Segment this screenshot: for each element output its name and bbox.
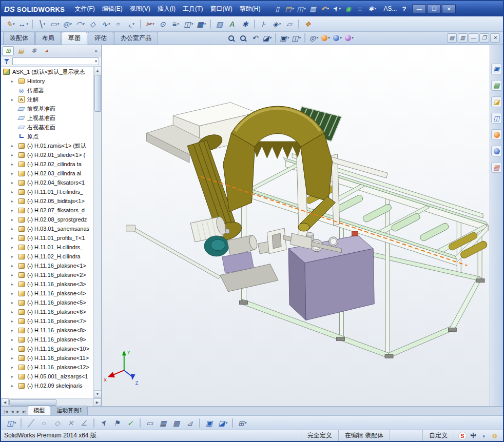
expand-arrow-icon[interactable]: ▸ (11, 153, 17, 157)
tree-component-row[interactable]: ▸ (-) H.11.01_H.cilindrs_ (1, 243, 93, 252)
expand-arrow-icon[interactable]: ▸ (11, 208, 17, 213)
circle-icon[interactable]: ◎▾ (61, 18, 73, 30)
tab-evaluate[interactable]: 评估 (88, 32, 113, 45)
tree-item-origin[interactable]: 原点 (1, 132, 93, 141)
section-icon[interactable]: ◪▾ (217, 417, 229, 429)
tree-component-row[interactable]: ▸ (-) H.02.05_biditajs<1> (1, 196, 93, 206)
tree-horizontal-scrollbar[interactable]: ◀ ▶ (1, 398, 101, 406)
grid-icon[interactable]: ▦ (157, 417, 169, 429)
sketch-text-icon[interactable]: A (226, 18, 239, 30)
menu-item[interactable]: 插入(I) (154, 3, 179, 15)
tabnav-next[interactable]: ▶ (15, 408, 21, 415)
line-icon[interactable]: ╲▾ (35, 18, 48, 30)
tree-component-row[interactable]: ▸ (-) H.11.16_plaksne<5> (1, 298, 93, 307)
tree-component-row[interactable]: ▸ (-) H.11.16_plaksne<11> (1, 353, 93, 363)
section-view-icon[interactable]: ◪▾ (261, 32, 273, 44)
undo-icon[interactable]: ↶▾ (319, 4, 330, 14)
angle-icon[interactable]: ∠ (78, 417, 90, 429)
scroll-down-button[interactable]: ▼ (94, 390, 102, 398)
doc-minimize-button[interactable]: — (469, 33, 478, 43)
viewport[interactable]: Y X Z (102, 45, 490, 406)
tree-component-row[interactable]: ▸ (-) H.11.02_H.cilindra (1, 252, 93, 261)
snap-grid-icon[interactable]: ▩ (170, 417, 183, 429)
tree-item-front-plane[interactable]: 前视基准面 (1, 104, 93, 113)
expand-arrow-icon[interactable]: ▸ (11, 245, 17, 250)
expand-arrow-icon[interactable]: ▸ (11, 199, 17, 204)
separator[interactable] (140, 418, 141, 428)
hide-show-items-icon[interactable]: ◎▾ (308, 32, 319, 44)
options-icon[interactable]: ✱▾ (366, 4, 377, 14)
convert-entities-icon[interactable]: ⊙ (157, 18, 169, 30)
graphics-area[interactable]: Y X Z (102, 45, 490, 406)
featuremanager-tab-icon[interactable]: ⊞ (3, 46, 14, 55)
tree-component-row[interactable]: ▸ (-) H.11.16_plaksne<12> (1, 363, 93, 372)
offset-entities-icon[interactable]: ≡▾ (169, 18, 182, 30)
angle-snap-icon[interactable]: ⊿ (184, 417, 196, 429)
tree-component-row[interactable]: ▸ (-) H.11.16_plaksne<10> (1, 344, 93, 353)
separator[interactable] (298, 19, 299, 29)
vertical-scroll-thumb[interactable] (94, 75, 101, 112)
separator[interactable] (21, 418, 22, 428)
ime-mode-icon[interactable]: ◗ (480, 432, 488, 440)
menu-item[interactable]: 工具(T) (179, 3, 206, 15)
tree-component-row[interactable]: ▸ (-) H.03.01_sanemsanas (1, 224, 93, 233)
dimension-standard-icon[interactable]: ⊦ (258, 18, 270, 30)
menu-item[interactable]: 窗口(W) (206, 3, 236, 15)
rebuild-icon[interactable]: ◉ (343, 4, 354, 14)
exit-sketch-icon[interactable]: ✎▾ (4, 18, 16, 30)
tree-component-row[interactable]: ▸ (-) H.11.16_plaksne<7> (1, 316, 93, 326)
expand-arrow-icon[interactable]: ▸ (11, 337, 17, 342)
tree-item-annotations[interactable]: ▸ A 注解 (1, 95, 93, 104)
smart-dimension-icon[interactable]: ↔▾ (17, 18, 29, 30)
linear-pattern-icon[interactable]: ▦▾ (195, 18, 207, 30)
expand-arrow-icon[interactable]: ▸ (11, 319, 17, 324)
separator[interactable] (232, 418, 233, 428)
expand-arrow-icon[interactable]: ▸ (11, 264, 17, 268)
expand-arrow-icon[interactable]: ▸ (11, 180, 17, 185)
scroll-up-button[interactable]: ▲ (94, 67, 102, 74)
expand-arrow-icon[interactable]: ▸ (11, 236, 17, 240)
tree-component-row[interactable]: ▸ (-) H.11.16_plaksne<6> (1, 307, 93, 316)
line-icon[interactable]: ╱ (25, 417, 37, 429)
print-icon[interactable]: ▦ (307, 4, 318, 14)
displaymanager-tab-icon[interactable]: ◕ (41, 46, 52, 55)
tree-component-row[interactable]: ▸ (-) H.02.08_sprostgredz (1, 215, 93, 224)
circle-icon[interactable]: ○ (38, 417, 50, 429)
solidworks-resources-icon[interactable]: ▣ (491, 64, 502, 74)
menu-item[interactable]: 视图(V) (126, 3, 154, 15)
expand-arrow-icon[interactable]: ▸ (11, 310, 17, 314)
expand-arrow-icon[interactable]: ▸ (11, 171, 17, 176)
select-cursor-icon[interactable]: ➤▾ (331, 4, 342, 14)
tab-motion-study-1[interactable]: 运动算例1 (51, 406, 88, 415)
expand-arrow-icon[interactable]: ▸ (11, 97, 17, 102)
arc-icon[interactable]: ◠▾ (74, 18, 86, 30)
help-icon[interactable]: ? (402, 5, 406, 13)
sketch-picture-icon[interactable]: ❖ (302, 18, 314, 30)
separator[interactable] (275, 33, 276, 43)
file-properties-icon[interactable]: ≡ (355, 4, 365, 14)
tree-root-assembly[interactable]: ASK_1 (默认<默认_显示状态 (1, 67, 93, 76)
tree-component-row[interactable]: ▸ (-) H.11.01_profils_T<1 (1, 233, 93, 243)
expand-arrow-icon[interactable]: ▸ (11, 144, 17, 148)
tree-component-row[interactable]: ▸ (-) H.11.01_H.cilindrs_ (1, 187, 93, 196)
tree-component-row[interactable]: ▸ (-) H.02.02_cilindra ta (1, 159, 93, 169)
file-explorer-icon[interactable]: ◪ (491, 96, 502, 107)
tile-windows-icon[interactable]: ▥ (458, 33, 468, 43)
trim-entities-icon[interactable]: ✂▾ (144, 18, 156, 30)
cascade-windows-icon[interactable]: ▤ (447, 33, 457, 43)
view-settings-icon[interactable]: ▾ (343, 32, 355, 44)
separator[interactable] (210, 19, 211, 29)
expand-arrow-icon[interactable]: ▸ (11, 347, 17, 351)
expand-arrow-icon[interactable]: ▸ (11, 291, 17, 296)
selection-filter-icon[interactable]: ➤ (98, 417, 110, 429)
tree-item-sensors[interactable]: ◎ 传感器 (1, 86, 93, 95)
scroll-right-button[interactable]: ▶ (93, 398, 101, 406)
expand-arrow-icon[interactable]: ▸ (11, 356, 17, 360)
separator[interactable] (304, 33, 305, 43)
zoom-to-fit-icon[interactable] (226, 32, 237, 44)
horizontal-scroll-thumb[interactable] (9, 399, 56, 406)
ime-chinese-icon[interactable]: 中 (469, 432, 477, 440)
separator[interactable] (32, 19, 33, 29)
expand-arrow-icon[interactable]: ▸ (11, 300, 17, 305)
check-icon[interactable]: ✓ (124, 417, 137, 429)
